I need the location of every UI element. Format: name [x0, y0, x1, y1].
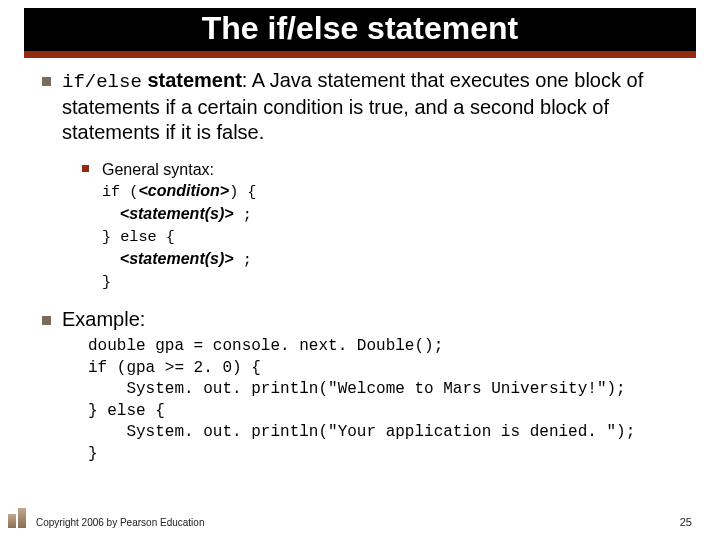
syntax-line1c: ) { — [229, 183, 256, 201]
example-code: double gpa = console. next. Double(); if… — [62, 336, 684, 466]
syntax-else: } else { — [102, 228, 175, 246]
syntax-close: } — [102, 273, 111, 291]
page-number: 25 — [680, 516, 692, 528]
main-definition: if/else statement: A Java statement that… — [36, 68, 684, 145]
term-code: if/else — [62, 71, 142, 93]
term-bold: statement — [142, 69, 242, 91]
copyright-footer: Copyright 2006 by Pearson Education — [36, 517, 204, 528]
syntax-condition: <condition> — [138, 182, 229, 199]
slide-title: The if/else statement — [24, 8, 696, 51]
syntax-line1a: if ( — [102, 183, 138, 201]
slide-decoration-icon — [6, 508, 32, 528]
example-heading-text: Example: — [62, 308, 145, 330]
title-accent-bar — [24, 51, 696, 58]
syntax-semi2: ; — [234, 251, 252, 269]
syntax-block: General syntax: if (<condition>) { <stat… — [36, 159, 684, 293]
example-heading: Example: double gpa = console. next. Dou… — [36, 307, 684, 466]
syntax-semi1: ; — [234, 206, 252, 224]
syntax-stmt1: <statement(s)> — [120, 205, 234, 222]
slide-content: if/else statement: A Java statement that… — [0, 68, 720, 465]
syntax-label: General syntax: — [102, 161, 214, 178]
syntax-stmt2: <statement(s)> — [120, 250, 234, 267]
